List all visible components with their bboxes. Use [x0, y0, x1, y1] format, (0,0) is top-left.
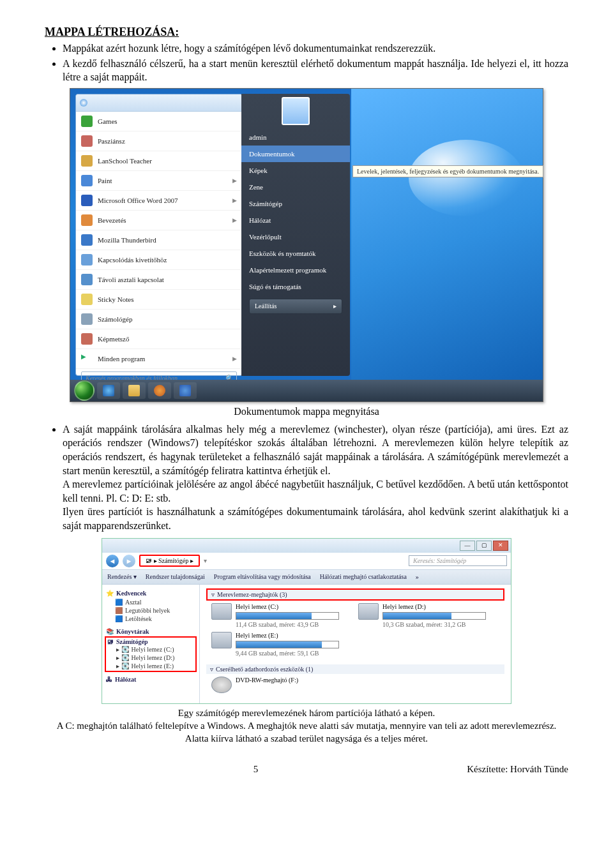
folder-icon	[128, 385, 140, 396]
sidebar-drive-c[interactable]: ▸ 💽 Helyi lemez (C:)	[107, 645, 194, 654]
start-item-mozilla-thunderbird[interactable]: Mozilla Thunderbird	[76, 230, 242, 250]
start-right-dokumentumok[interactable]: Dokumentumok	[241, 146, 350, 162]
toolbar-item[interactable]: Hálózati meghajtó csatlakoztatása	[320, 573, 407, 580]
drive-helyilemezd[interactable]: Helyi lemez (D:)10,3 GB szabad, méret: 3…	[358, 603, 486, 629]
start-item-paszi-nsz[interactable]: Pasziánsz	[76, 131, 242, 151]
start-item-paint[interactable]: Paint▶	[76, 171, 242, 191]
sidebar-drive-d[interactable]: ▸ 💽 Helyi lemez (D:)	[107, 654, 194, 662]
start-right-vez-rl-pult[interactable]: Vezérlőpult	[241, 228, 350, 245]
taskbar-thunderbird[interactable]	[174, 382, 197, 399]
drive-icon	[358, 603, 379, 620]
figure-caption: Dokumentumok mappa megnyitása	[45, 406, 568, 417]
taskbar-ie[interactable]	[97, 382, 120, 399]
page-number: 5	[254, 764, 259, 775]
start-right-admin[interactable]: admin	[241, 129, 350, 146]
app-icon	[81, 116, 93, 127]
intro-item: Mappákat azért hozunk létre, hogy a szám…	[63, 41, 568, 56]
sidebar-desktop[interactable]: 🟦 Asztal	[106, 598, 195, 606]
ie-icon	[103, 385, 114, 396]
sidebar-downloads[interactable]: 🟦 Letöltések	[106, 615, 195, 623]
start-item-sz-mol-g-p[interactable]: Számológép	[76, 310, 242, 329]
start-item-kapcsol-d-s-kivet-t-h-z[interactable]: Kapcsolódás kivetítőhöz	[76, 250, 242, 270]
toolbar-item[interactable]: »	[416, 573, 419, 580]
start-orb[interactable]	[74, 380, 95, 401]
app-icon: ▶	[81, 353, 93, 364]
toolbar-item[interactable]: Rendezés ▾	[107, 573, 137, 580]
taskbar	[70, 380, 543, 401]
start-item-microsoft-office-word-2007[interactable]: Microsoft Office Word 2007▶	[76, 191, 242, 211]
shutdown-button[interactable]: Leállítás▸	[249, 299, 342, 314]
chevron-right-icon: ▶	[232, 217, 237, 223]
app-icon	[81, 195, 93, 206]
drive-icon	[211, 632, 232, 648]
sidebar-libraries[interactable]: 📚 Könyvtárak	[106, 628, 195, 635]
drive-helyilemezc[interactable]: Helyi lemez (C:)11,4 GB szabad, méret: 4…	[211, 603, 339, 629]
start-right-zene[interactable]: Zene	[241, 179, 350, 195]
sidebar-favorites[interactable]: ⭐ Kedvencek	[106, 590, 195, 597]
drive-icon	[211, 603, 232, 620]
start-right-s-g-s-t-mogat-s[interactable]: Súgó és támogatás	[241, 278, 350, 295]
app-icon	[81, 214, 93, 226]
start-item-bevezet-s[interactable]: Bevezetés▶	[76, 211, 242, 230]
app-icon	[81, 313, 93, 325]
thunderbird-icon	[179, 385, 191, 396]
start-menu-screenshot: GamesPasziánszLanSchool TeacherPaint▶Mic…	[70, 88, 543, 402]
app-icon	[81, 175, 93, 186]
sidebar-network[interactable]: 🖧 Hálózat	[106, 676, 195, 683]
footer-credit: Készítette: Horváth Tünde	[467, 764, 568, 775]
start-right-h-l-zat[interactable]: Hálózat	[241, 212, 350, 228]
app-icon	[81, 155, 93, 167]
explorer-search-input[interactable]: Keresés: Számítógép	[409, 555, 507, 566]
page-title: MAPPA LÉTREHOZÁSA:	[45, 26, 568, 39]
figure-caption-2: Egy számítógép merevlemezének három part…	[45, 707, 568, 745]
category-removable[interactable]: ▿ Cserélhető adathordozós eszközök (1)	[206, 664, 504, 674]
drive-dvd[interactable]: DVD-RW-meghajtó (F:)	[211, 677, 339, 693]
start-right-eszk-z-k-s-nyomtat-k[interactable]: Eszközök és nyomtatók	[241, 245, 350, 262]
app-icon	[81, 274, 93, 285]
explorer-screenshot: — ▢ ✕ ◄ ► 🖳 ▸ Számítógép ▸ ▾ Keresés: Sz…	[102, 538, 511, 704]
start-item-minden-program[interactable]: ▶Minden program▶	[76, 349, 242, 369]
start-item-k-pmetsz-[interactable]: Képmetsző	[76, 329, 242, 349]
back-button[interactable]: ◄	[106, 555, 119, 567]
chevron-right-icon: ▶	[232, 197, 237, 204]
start-item-games[interactable]: Games	[76, 112, 242, 131]
app-icon	[81, 333, 93, 345]
start-item-sticky-notes[interactable]: Sticky Notes	[76, 290, 242, 310]
maximize-button[interactable]: ▢	[476, 541, 492, 551]
close-button[interactable]: ✕	[493, 541, 508, 551]
taskbar-explorer[interactable]	[123, 382, 146, 399]
category-hdd[interactable]: ▿ Merevlemez-meghajtók (3)	[206, 588, 504, 601]
wmp-icon	[154, 385, 165, 396]
taskbar-wmp[interactable]	[148, 382, 171, 399]
chevron-right-icon: ▶	[232, 177, 237, 184]
forward-button[interactable]: ►	[123, 555, 135, 567]
drive-helyilemeze[interactable]: Helyi lemez (E:)9,44 GB szabad, méret: 5…	[211, 632, 339, 658]
app-icon	[81, 294, 93, 305]
chevron-right-icon: ▶	[232, 355, 237, 362]
toolbar-item[interactable]: Rendszer tulajdonságai	[146, 573, 205, 580]
explorer-toolbar: Rendezés ▾Rendszer tulajdonságaiProgram …	[102, 570, 511, 585]
app-icon	[81, 254, 93, 266]
sidebar-recent[interactable]: 🟫 Legutóbbi helyek	[106, 606, 195, 615]
body-paragraph: A saját mappáink tárolására alkalmas hel…	[63, 423, 568, 533]
sidebar-drive-e[interactable]: ▸ 💽 Helyi lemez (E:)	[107, 662, 194, 670]
app-icon	[81, 234, 93, 246]
start-right-alap-rtelmezett-programok[interactable]: Alapértelmezett programok	[241, 262, 350, 278]
tooltip: Levelek, jelentések, feljegyzések és egy…	[352, 165, 543, 177]
dvd-icon	[211, 677, 232, 693]
user-avatar[interactable]	[282, 97, 310, 125]
minimize-button[interactable]: —	[460, 541, 475, 551]
start-right-sz-m-t-g-p[interactable]: Számítógép	[241, 195, 350, 212]
toolbar-item[interactable]: Program eltávolítása vagy módosítása	[214, 573, 311, 580]
sidebar-computer[interactable]: 🖳 Számítógép	[107, 638, 194, 645]
start-item-lanschool-teacher[interactable]: LanSchool Teacher	[76, 151, 242, 171]
intro-item: A kezdő felhasználó célszerű, ha a start…	[63, 57, 568, 84]
window-orb-icon	[80, 99, 87, 107]
breadcrumb-computer[interactable]: 🖳 ▸ Számítógép ▸	[139, 555, 200, 567]
start-item-t-voli-asztali-kapcsolat[interactable]: Távoli asztali kapcsolat	[76, 270, 242, 290]
start-right-k-pek[interactable]: Képek	[241, 162, 350, 179]
app-icon	[81, 135, 93, 147]
